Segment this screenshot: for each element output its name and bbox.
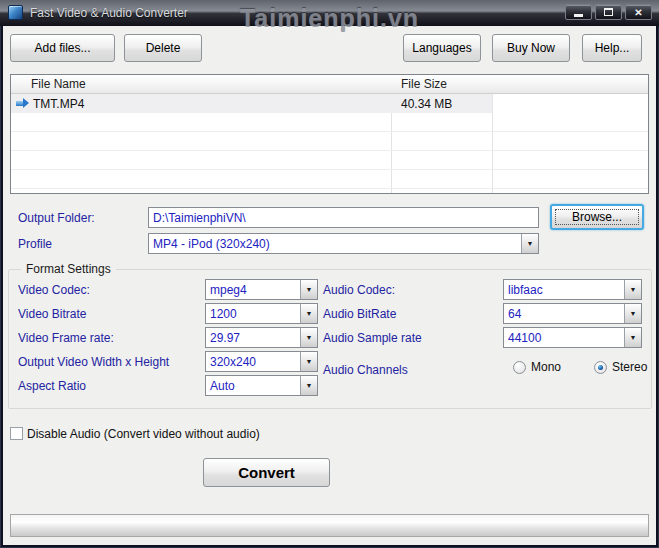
file-name-cell: TMT.MP4 (33, 97, 84, 111)
audio-channels-label: Audio Channels (323, 363, 408, 377)
convert-button[interactable]: Convert (203, 458, 330, 487)
empty-row (11, 132, 648, 151)
file-list: File Name File Size TMT.MP4 40.34 MB (10, 74, 649, 194)
audio-codec-value: libfaac (504, 280, 624, 299)
profile-value: MP4 - iPod (320x240) (149, 234, 521, 253)
radio-stereo[interactable]: Stereo (594, 360, 647, 374)
file-list-header: File Name File Size (11, 75, 648, 94)
aspect-ratio-label: Aspect Ratio (18, 379, 86, 393)
format-settings-title: Format Settings (21, 262, 116, 276)
output-folder-input[interactable] (148, 207, 539, 228)
audio-sample-rate-value: 44100 (504, 328, 624, 347)
empty-row (11, 113, 648, 132)
maximize-icon (604, 8, 613, 16)
file-size-cell: 40.34 MB (401, 97, 452, 111)
video-codec-select[interactable]: mpeg4 ▼ (205, 279, 318, 300)
radio-mono-icon (513, 361, 526, 374)
radio-stereo-icon (594, 361, 607, 374)
title-bar: Fast Video & Audio Converter ✕ (0, 0, 659, 26)
minimize-icon (574, 14, 583, 17)
minimize-button[interactable] (565, 4, 592, 20)
audio-codec-label: Audio Codec: (323, 283, 395, 297)
help-button[interactable]: Help... (582, 34, 642, 62)
browse-button[interactable]: Browse... (550, 204, 644, 230)
video-bitrate-select[interactable]: 1200 ▼ (205, 303, 318, 324)
maximize-button[interactable] (595, 4, 622, 20)
empty-row (11, 151, 648, 170)
empty-row (11, 170, 648, 189)
video-bitrate-label: Video Bitrate (18, 307, 87, 321)
window-controls: ✕ (565, 4, 652, 20)
aspect-ratio-value: Auto (206, 376, 300, 395)
add-files-button[interactable]: Add files... (10, 34, 115, 62)
close-button[interactable]: ✕ (625, 4, 652, 20)
audio-bitrate-value: 64 (504, 304, 624, 323)
close-icon: ✕ (634, 7, 642, 18)
aspect-ratio-select[interactable]: Auto ▼ (205, 375, 318, 396)
delete-button[interactable]: Delete (124, 34, 202, 62)
chevron-down-icon: ▼ (300, 304, 317, 323)
chevron-down-icon: ▼ (300, 280, 317, 299)
audio-bitrate-select[interactable]: 64 ▼ (503, 303, 642, 324)
output-size-select[interactable]: 320x240 ▼ (205, 351, 318, 372)
chevron-down-icon: ▼ (521, 234, 538, 253)
output-size-label: Output Video Width x Height (18, 355, 169, 369)
disable-audio-label: Disable Audio (Convert video without aud… (27, 427, 260, 441)
client-area: Add files... Delete Languages Buy Now He… (3, 26, 656, 545)
radio-stereo-label: Stereo (612, 360, 647, 374)
column-header-file-size[interactable]: File Size (401, 77, 447, 91)
audio-bitrate-label: Audio BitRate (323, 307, 396, 321)
video-bitrate-value: 1200 (206, 304, 300, 323)
buy-now-button[interactable]: Buy Now (492, 34, 570, 62)
languages-button[interactable]: Languages (403, 34, 481, 62)
chevron-down-icon: ▼ (300, 328, 317, 347)
chevron-down-icon: ▼ (624, 328, 641, 347)
progress-bar (10, 514, 649, 537)
chevron-down-icon: ▼ (300, 376, 317, 395)
video-codec-value: mpeg4 (206, 280, 300, 299)
radio-mono[interactable]: Mono (513, 360, 561, 374)
window-title: Fast Video & Audio Converter (30, 6, 188, 20)
audio-sample-rate-label: Audio Sample rate (323, 331, 422, 345)
chevron-down-icon: ▼ (300, 352, 317, 371)
output-folder-label: Output Folder: (18, 211, 95, 225)
audio-sample-rate-select[interactable]: 44100 ▼ (503, 327, 642, 348)
chevron-down-icon: ▼ (624, 304, 641, 323)
output-size-value: 320x240 (206, 352, 300, 371)
audio-codec-select[interactable]: libfaac ▼ (503, 279, 642, 300)
app-icon (8, 5, 23, 20)
disable-audio-checkbox[interactable] (10, 427, 23, 440)
app-window: Fast Video & Audio Converter ✕ Taimienph… (0, 0, 659, 548)
chevron-down-icon: ▼ (624, 280, 641, 299)
radio-mono-label: Mono (531, 360, 561, 374)
profile-label: Profile (18, 237, 52, 251)
video-codec-label: Video Codec: (18, 283, 90, 297)
column-header-file-name[interactable]: File Name (31, 77, 86, 91)
profile-select[interactable]: MP4 - iPod (320x240) ▼ (148, 233, 539, 254)
file-row[interactable]: TMT.MP4 40.34 MB (11, 94, 492, 113)
video-frame-rate-select[interactable]: 29.97 ▼ (205, 327, 318, 348)
video-frame-rate-label: Video Frame rate: (18, 331, 114, 345)
video-frame-rate-value: 29.97 (206, 328, 300, 347)
